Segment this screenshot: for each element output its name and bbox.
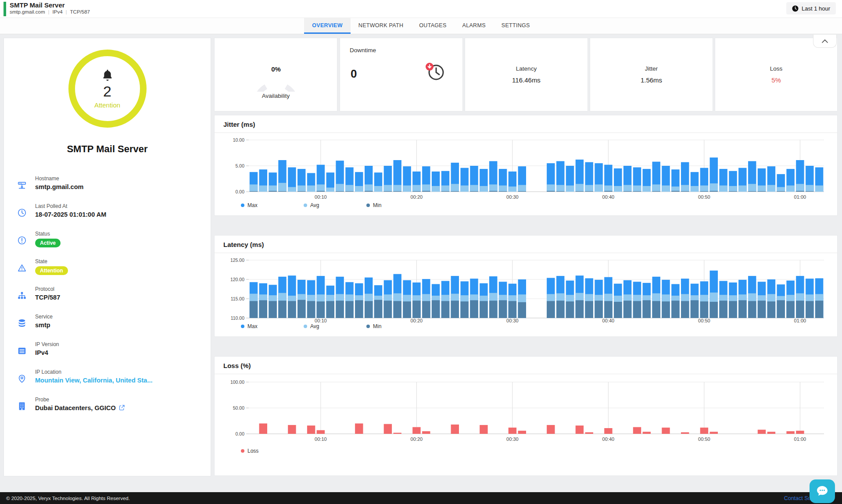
status-accent-bar	[4, 2, 6, 16]
svg-text:125.00: 125.00	[230, 257, 244, 263]
field-probe: Probe Dubai Datacenters, GGICO	[4, 395, 211, 423]
legend-label: Min	[373, 202, 381, 208]
page-header: SMTP Mail Server smtp.gmail.com|IPv4|TCP…	[0, 0, 842, 18]
legend-item-min[interactable]: Min	[366, 323, 429, 329]
jitter-chart: 0.005.0010.0000:1000:2000:3000:4000:5001…	[223, 136, 828, 201]
tab-bar: OVERVIEW NETWORK PATH OUTAGES ALARMS SET…	[0, 18, 842, 34]
jitter-card: Jitter 1.56ms	[590, 38, 713, 111]
bell-icon	[101, 69, 114, 82]
field-value: 18-07-2025 01:01:00 AM	[35, 211, 106, 218]
field-label: IP Location	[35, 369, 61, 375]
loss-value: 5%	[771, 76, 781, 84]
svg-text:00:50: 00:50	[698, 194, 710, 200]
tab-overview[interactable]: OVERVIEW	[304, 18, 351, 34]
field-label: Last Polled At	[35, 203, 67, 209]
legend-label: Avg	[310, 202, 319, 208]
alarm-state-label: Attention	[94, 101, 120, 109]
legend-item-max[interactable]: Max	[241, 323, 304, 329]
collapse-header-button[interactable]	[813, 35, 837, 48]
svg-text:5.00: 5.00	[236, 163, 245, 168]
jitter-label: Jitter	[645, 65, 658, 72]
legend-item-max[interactable]: Max	[241, 202, 304, 208]
device-fields: Hostname smtp.gmail.com Last Polled At 1…	[4, 174, 211, 423]
legend-item-avg[interactable]: Avg	[304, 323, 366, 329]
copyright-text: © 2020-2025, Veryx Technologies. All Rig…	[6, 496, 130, 501]
legend-dot	[241, 204, 244, 207]
svg-text:120.00: 120.00	[230, 277, 244, 282]
jitter-chart-card: Jitter (ms) 0.005.0010.0000:1000:2000:30…	[214, 115, 838, 216]
svg-text:01:00: 01:00	[794, 436, 806, 442]
device-name: SMTP Mail Server	[4, 143, 211, 155]
external-link-icon[interactable]	[118, 404, 125, 412]
chat-widget-button[interactable]	[810, 479, 835, 503]
legend-label: Loss	[247, 448, 258, 454]
latency-value: 116.46ms	[512, 76, 541, 84]
alarm-status-ring[interactable]: 2 Attention	[68, 50, 147, 128]
legend-dot	[304, 325, 307, 328]
field-label: Service	[35, 314, 53, 320]
legend-label: Min	[373, 323, 381, 329]
alert-circle-icon	[17, 236, 27, 245]
device-summary-panel: 2 Attention SMTP Mail Server Hostname sm…	[4, 38, 211, 476]
svg-text:00:10: 00:10	[315, 318, 327, 322]
downtime-card: Downtime 0	[340, 38, 463, 111]
latency-card: Latency 116.46ms	[465, 38, 588, 111]
field-state: State Attention	[4, 257, 211, 285]
page-title: SMTP Mail Server	[10, 1, 65, 9]
legend-dot	[241, 325, 244, 328]
time-range-selector[interactable]: Last 1 hour	[786, 2, 836, 14]
legend-dot	[241, 449, 244, 453]
field-value: IPv4	[35, 349, 48, 356]
downtime-label: Downtime	[350, 47, 376, 54]
svg-text:110.00: 110.00	[231, 315, 244, 321]
svg-text:10.00: 10.00	[233, 137, 244, 143]
svg-text:00:40: 00:40	[602, 194, 615, 200]
loss-chart-title: Loss (%)	[223, 362, 828, 374]
clock-icon	[792, 5, 799, 12]
legend-label: Max	[247, 202, 258, 208]
availability-gauge: 0%	[249, 43, 303, 92]
tab-network-path[interactable]: NETWORK PATH	[351, 18, 411, 34]
device-ip-version: IPv4	[53, 9, 63, 14]
svg-text:00:20: 00:20	[411, 194, 423, 200]
loss-chart-legend: Loss	[241, 448, 828, 454]
field-last-polled: Last Polled At 18-07-2025 01:01:00 AM	[4, 202, 211, 229]
time-range-label: Last 1 hour	[802, 5, 830, 12]
downtime-value: 0	[351, 67, 357, 81]
field-service: Service smtp	[4, 312, 211, 340]
svg-text:01:00: 01:00	[794, 194, 806, 200]
svg-text:00:10: 00:10	[315, 194, 327, 200]
clock-icon	[17, 208, 27, 218]
legend-item-avg[interactable]: Avg	[304, 202, 366, 208]
field-hostname: Hostname smtp.gmail.com	[4, 174, 211, 202]
sitemap-icon	[17, 291, 27, 300]
legend-item-loss[interactable]: Loss	[241, 448, 304, 454]
network-icon	[17, 180, 27, 190]
svg-text:00:40: 00:40	[602, 318, 615, 322]
field-ip-location: IP Location Mountain View, California, U…	[4, 368, 211, 395]
svg-text:50.00: 50.00	[233, 405, 244, 411]
tab-settings[interactable]: SETTINGS	[494, 18, 538, 34]
map-pin-icon	[17, 374, 27, 383]
tab-outages[interactable]: OUTAGES	[411, 18, 454, 34]
legend-item-min[interactable]: Min	[366, 202, 429, 208]
ip-location-link[interactable]: Mountain View, California, United Sta...	[35, 377, 152, 384]
field-label: State	[35, 258, 47, 265]
field-label: Protocol	[35, 286, 54, 292]
loss-card: Loss 5%	[715, 38, 838, 111]
svg-text:00:20: 00:20	[411, 436, 423, 442]
latency-label: Latency	[516, 65, 537, 72]
tab-alarms[interactable]: ALARMS	[455, 18, 494, 34]
page-footer: © 2020-2025, Veryx Technologies. All Rig…	[0, 492, 842, 504]
probe-name: Dubai Datacenters, GGICO	[35, 404, 116, 411]
availability-value-gauge: 0%	[271, 65, 281, 73]
chat-bubble-icon	[816, 485, 829, 497]
field-protocol: Protocol TCP/587	[4, 285, 211, 312]
legend-label: Max	[247, 323, 258, 329]
svg-text:00:50: 00:50	[698, 318, 710, 322]
availability-card: 0% Availability	[214, 38, 337, 111]
latency-chart-title: Latency (ms)	[223, 241, 828, 253]
chevron-up-icon	[821, 39, 828, 43]
loss-chart: 0.0050.00100.0000:1000:2000:3000:4000:50…	[223, 377, 828, 447]
latency-chart: 110.00115.00120.00125.0000:1000:2000:300…	[223, 256, 828, 322]
